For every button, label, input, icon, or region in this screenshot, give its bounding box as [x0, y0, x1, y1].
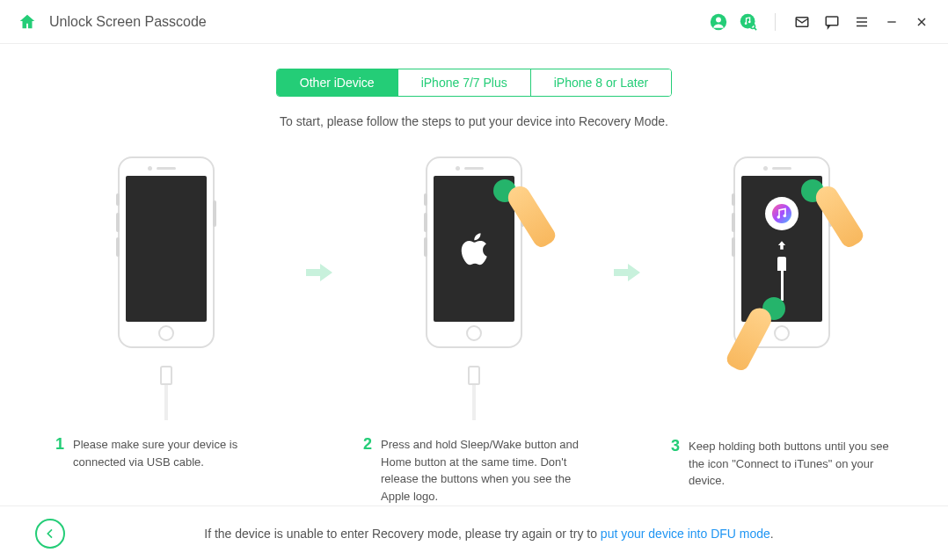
tab-iphone-7[interactable]: iPhone 7/7 Plus [398, 69, 531, 96]
step-2: 2 Press and hold Sleep/Wake button and H… [351, 156, 597, 505]
step-description: Please make sure your device is connecte… [73, 436, 277, 470]
svg-point-1 [716, 17, 721, 22]
phone-illustration [733, 156, 830, 348]
minimize-icon[interactable] [883, 13, 901, 31]
svg-rect-8 [826, 17, 838, 25]
tab-other-idevice[interactable]: Other iDevice [277, 69, 398, 96]
mail-icon[interactable] [793, 13, 811, 31]
feedback-icon[interactable] [823, 13, 841, 31]
arrow-icon [606, 262, 650, 283]
usb-cable-icon [467, 367, 481, 420]
music-search-icon[interactable] [740, 13, 757, 31]
close-icon[interactable] [913, 13, 930, 31]
svg-point-3 [745, 22, 747, 25]
up-arrow-icon [776, 239, 788, 251]
arrow-icon [298, 262, 342, 283]
cable-connect-icon [777, 257, 787, 301]
home-icon[interactable] [18, 12, 37, 32]
phone-illustration [118, 156, 215, 348]
svg-point-15 [772, 204, 791, 223]
step-number: 1 [55, 436, 64, 470]
device-tabs: Other iDevice iPhone 7/7 Plus iPhone 8 o… [0, 69, 948, 97]
header-toolbar [710, 13, 930, 31]
step-description: Keep holding both buttons until you see … [689, 438, 893, 490]
dfu-mode-link[interactable]: put your device into DFU mode [601, 527, 770, 541]
header: Unlock Screen Passcode [0, 0, 948, 44]
divider [775, 13, 776, 31]
svg-point-4 [748, 20, 751, 23]
apple-logo-icon [458, 230, 490, 267]
step-3: 3 Keep holding both buttons until you se… [659, 156, 905, 490]
steps-row: 1 Please make sure your device is connec… [0, 156, 948, 505]
step-number: 2 [363, 436, 372, 505]
tab-iphone-8-later[interactable]: iPhone 8 or Later [531, 69, 671, 96]
usb-cable-icon [159, 367, 173, 420]
phone-illustration [426, 156, 522, 348]
itunes-icon [765, 197, 799, 230]
step-number: 3 [671, 438, 680, 490]
instruction-text: To start, please follow the steps to put… [0, 114, 948, 128]
footer: If the device is unable to enter Recover… [0, 505, 948, 560]
svg-point-2 [740, 13, 755, 28]
footer-message: If the device is unable to enter Recover… [65, 527, 913, 541]
step-1: 1 Please make sure your device is connec… [43, 156, 289, 470]
back-button[interactable] [35, 519, 65, 549]
svg-point-17 [784, 215, 787, 218]
svg-line-6 [755, 27, 757, 29]
step-description: Press and hold Sleep/Wake button and Hom… [381, 436, 585, 505]
profile-icon[interactable] [710, 13, 727, 31]
page-title: Unlock Screen Passcode [49, 14, 207, 30]
menu-icon[interactable] [853, 13, 871, 31]
svg-point-16 [777, 215, 781, 219]
